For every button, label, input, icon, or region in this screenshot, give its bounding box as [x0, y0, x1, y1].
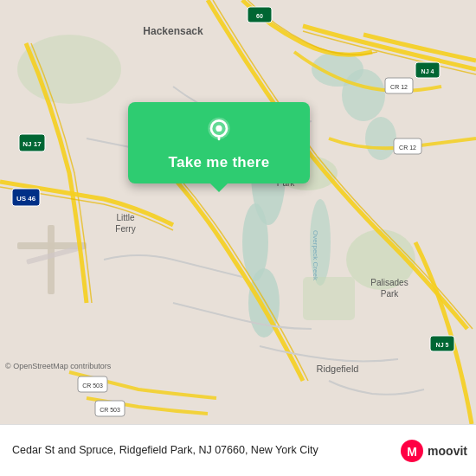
map-container: NJ 17 US 46 60 NJ 4 CR 12 CR 12 NJ 5 CR … — [0, 0, 476, 424]
svg-text:NJ 4: NJ 4 — [421, 68, 434, 74]
svg-rect-10 — [303, 277, 355, 320]
svg-text:CR 503: CR 503 — [82, 383, 103, 389]
moovit-logo: M moovit — [400, 439, 467, 463]
svg-text:NJ 17: NJ 17 — [23, 140, 42, 148]
location-label: Cedar St and Spruce, Ridgefield Park, NJ… — [12, 443, 400, 457]
svg-text:M: M — [407, 445, 417, 459]
svg-text:Park: Park — [381, 289, 400, 299]
svg-point-5 — [342, 69, 385, 121]
svg-text:Ferry: Ferry — [115, 224, 135, 234]
svg-text:60: 60 — [256, 13, 263, 19]
svg-text:Hackensack: Hackensack — [143, 25, 203, 37]
svg-point-6 — [365, 117, 396, 160]
svg-text:NJ 5: NJ 5 — [436, 342, 449, 348]
svg-text:CR 12: CR 12 — [390, 84, 408, 90]
location-info: Cedar St and Spruce, Ridgefield Park, NJ… — [12, 443, 400, 457]
svg-point-11 — [17, 35, 121, 104]
take-me-there-label: Take me there — [169, 154, 270, 171]
bottom-bar: Cedar St and Spruce, Ridgefield Park, NJ… — [0, 424, 476, 476]
svg-text:Little: Little — [116, 213, 135, 222]
svg-text:CR 12: CR 12 — [399, 145, 416, 151]
svg-point-43 — [215, 125, 222, 132]
svg-rect-13 — [48, 225, 55, 294]
moovit-text: moovit — [428, 444, 467, 458]
take-me-there-button[interactable]: Take me there — [128, 102, 310, 183]
svg-text:CR 503: CR 503 — [100, 407, 120, 413]
svg-text:Palisades: Palisades — [370, 278, 408, 287]
map-pin-icon — [203, 116, 235, 147]
map-svg: NJ 17 US 46 60 NJ 4 CR 12 CR 12 NJ 5 CR … — [0, 0, 476, 424]
svg-text:US 46: US 46 — [16, 195, 36, 203]
svg-text:Overpeck Creek: Overpeck Creek — [312, 230, 319, 281]
svg-text:Ridgefield: Ridgefield — [317, 363, 359, 374]
copyright-text: © OpenStreetMap contributors — [5, 362, 111, 370]
moovit-icon: M — [400, 439, 424, 463]
